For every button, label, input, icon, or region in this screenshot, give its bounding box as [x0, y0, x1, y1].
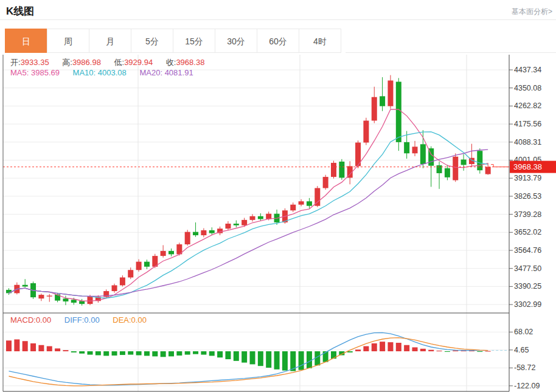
candle	[79, 301, 85, 304]
candle	[71, 300, 77, 303]
macd-y-axis-label: -58.72	[514, 363, 535, 372]
y-axis-label: 4437.34	[514, 66, 541, 74]
macd-histogram-bar	[103, 351, 109, 356]
macd-y-axis-label: -122.09	[514, 382, 540, 390]
macd-histogram-bar	[250, 351, 255, 364]
macd-histogram-bar	[420, 349, 426, 351]
macd-histogram-bar	[299, 351, 304, 370]
candle	[380, 96, 385, 106]
candle	[339, 162, 344, 178]
macd-histogram-bar	[274, 351, 280, 370]
candle	[6, 290, 12, 293]
candle	[136, 262, 142, 270]
macd-y-axis-label: 68.02	[514, 328, 533, 336]
high-quote: 高:3986.98	[62, 58, 101, 67]
macd-histogram-bar	[217, 351, 223, 357]
candle	[38, 295, 44, 298]
open-quote: 开:3933.35	[10, 58, 49, 67]
macd-histogram-bar	[372, 343, 377, 351]
macd-histogram-bar	[396, 343, 401, 351]
macd-histogram-bar	[169, 351, 174, 356]
macd-histogram-bar	[282, 351, 288, 371]
macd-histogram-bar	[412, 347, 418, 351]
macd-histogram-bar	[144, 351, 150, 356]
macd-histogram-bar	[96, 351, 101, 356]
candle	[331, 163, 336, 177]
ma10-legend: MA10: 4003.08	[73, 68, 127, 77]
macd-histogram-bar	[71, 351, 77, 352]
candle	[120, 277, 125, 285]
macd-histogram-bar	[234, 351, 239, 361]
ma5-legend: MA5: 3985.69	[10, 68, 60, 77]
macd-histogram-bar	[120, 351, 125, 355]
candle	[242, 220, 247, 225]
macd-legend-bar: MACD:0.00 DIFF:0.00 DEA:0.00	[10, 315, 158, 325]
macd-histogram-bar	[30, 343, 36, 351]
macd-histogram-bar	[136, 351, 142, 356]
macd-histogram-bar	[266, 351, 271, 368]
candle	[209, 230, 215, 233]
candle	[420, 144, 426, 164]
macd-histogram-bar	[363, 346, 369, 351]
candle	[23, 285, 28, 287]
candle	[63, 298, 68, 301]
macd-histogram-bar	[437, 351, 442, 351]
close-quote: 收:3968.38	[166, 58, 205, 67]
y-axis-label: 3302.99	[514, 300, 541, 309]
macd-histogram-bar	[404, 345, 409, 351]
macd-histogram-bar	[477, 351, 482, 352]
macd-histogram-bar	[55, 348, 60, 351]
candle	[437, 165, 442, 173]
y-axis-label: 4350.08	[514, 84, 541, 92]
macd-histogram-bar	[152, 351, 158, 356]
candle	[461, 159, 467, 165]
candle	[169, 251, 174, 254]
candle	[201, 230, 206, 235]
macd-histogram-bar	[6, 340, 12, 351]
dea-line	[9, 338, 488, 386]
macd-histogram-bar	[355, 349, 361, 351]
ma20-legend: MA20: 4081.91	[139, 68, 193, 77]
candle	[372, 97, 377, 121]
candle	[387, 80, 393, 106]
candle	[258, 216, 263, 219]
macd-histogram-bar	[161, 351, 166, 357]
y-axis-label: 3477.50	[514, 264, 541, 273]
y-axis-label: 3390.25	[514, 282, 541, 291]
macd-histogram-bar	[128, 351, 133, 355]
low-quote: 低:3929.94	[114, 58, 153, 67]
y-axis-label: 4175.56	[514, 120, 541, 128]
ma-legend-bar: MA5: 3985.69 MA10: 4003.08 MA20: 4081.91	[10, 68, 204, 77]
macd-legend: MACD:0.00	[10, 315, 51, 325]
candle	[363, 121, 369, 143]
macd-histogram-bar	[380, 342, 385, 351]
ma5-line	[9, 109, 488, 301]
candle	[250, 216, 255, 220]
macd-histogram-bar	[176, 351, 182, 356]
macd-histogram-bar	[14, 339, 19, 351]
macd-histogram-bar	[242, 351, 247, 363]
price-connector-line	[491, 165, 509, 167]
ohlc-quote-bar: 开:3933.35 高:3986.98 低:3929.94 收:3968.38	[10, 57, 215, 68]
macd-histogram-bar	[201, 351, 206, 355]
candle	[453, 157, 458, 181]
candle	[128, 270, 133, 277]
macd-histogram-bar	[112, 351, 117, 356]
current-price-tag-label: 3968.38	[513, 162, 542, 171]
dea-legend: DEA:0.00	[113, 315, 147, 325]
macd-histogram-bar	[47, 346, 52, 351]
candle	[225, 224, 231, 229]
macd-histogram-bar	[225, 351, 231, 359]
candle	[307, 201, 312, 205]
y-axis-label: 3826.53	[514, 192, 541, 201]
candle	[47, 295, 52, 296]
candle	[445, 168, 450, 177]
macd-histogram-bar	[185, 351, 190, 355]
macd-histogram-bar	[79, 351, 85, 354]
candle	[185, 232, 190, 244]
ma20-line	[9, 150, 488, 296]
candle	[299, 201, 304, 204]
candle	[477, 151, 482, 170]
y-axis-label: 4088.31	[514, 138, 541, 146]
y-axis-label: 3564.76	[514, 246, 541, 255]
